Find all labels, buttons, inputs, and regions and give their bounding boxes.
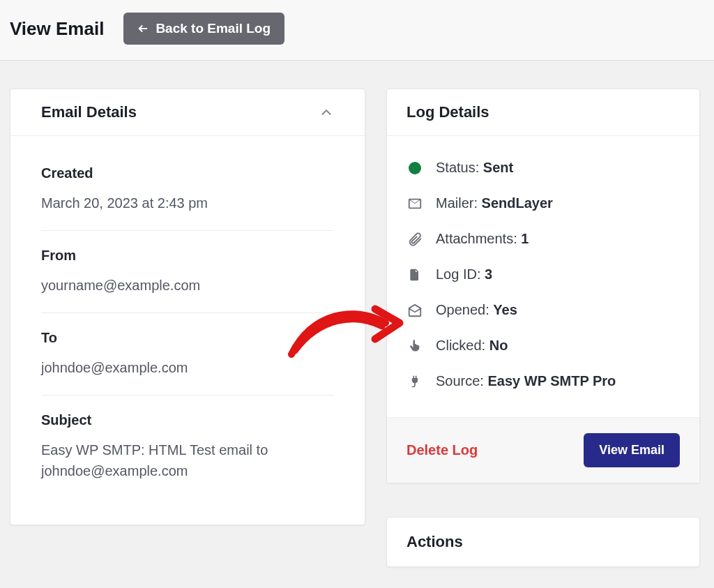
to-label: To bbox=[41, 330, 334, 346]
log-details-header: Log Details bbox=[387, 89, 699, 136]
log-details-body: Status: Sent Mailer: SendLayer Attachmen… bbox=[387, 136, 699, 417]
pointer-icon bbox=[407, 338, 423, 354]
email-details-title: Email Details bbox=[41, 103, 137, 121]
log-row-logid: Log ID: 3 bbox=[407, 257, 680, 292]
status-dot-icon bbox=[407, 162, 423, 174]
email-details-header[interactable]: Email Details bbox=[10, 89, 365, 136]
source-label: Source: bbox=[436, 373, 484, 389]
field-created: Created March 20, 2023 at 2:43 pm bbox=[41, 149, 334, 231]
logid-value: 3 bbox=[485, 266, 492, 282]
view-email-button[interactable]: View Email bbox=[584, 433, 680, 467]
opened-value: Yes bbox=[493, 302, 517, 317]
status-value: Sent bbox=[483, 160, 513, 175]
actions-header: Actions bbox=[387, 518, 699, 566]
log-row-mailer: Mailer: SendLayer bbox=[407, 186, 680, 221]
actions-card: Actions bbox=[386, 517, 700, 567]
paperclip-icon bbox=[407, 232, 423, 247]
field-subject: Subject Easy WP SMTP: HTML Test email to… bbox=[41, 395, 334, 498]
clicked-value: No bbox=[489, 338, 508, 353]
subject-label: Subject bbox=[41, 412, 334, 428]
content-area: Email Details Created March 20, 2023 at … bbox=[0, 61, 714, 567]
attachments-value: 1 bbox=[521, 231, 529, 246]
envelope-open-icon bbox=[407, 303, 423, 318]
from-label: From bbox=[41, 248, 334, 264]
mailer-label: Mailer: bbox=[436, 195, 478, 211]
back-to-email-log-button[interactable]: Back to Email Log bbox=[123, 13, 284, 45]
log-footer: Delete Log View Email bbox=[387, 417, 699, 483]
log-row-source: Source: Easy WP SMTP Pro bbox=[407, 363, 680, 399]
log-row-opened: Opened: Yes bbox=[407, 292, 680, 328]
subject-value: Easy WP SMTP: HTML Test email to johndoe… bbox=[41, 439, 334, 481]
plug-icon bbox=[407, 374, 423, 389]
log-row-clicked: Clicked: No bbox=[407, 328, 680, 363]
actions-title: Actions bbox=[407, 533, 463, 551]
email-details-card: Email Details Created March 20, 2023 at … bbox=[10, 89, 365, 525]
field-from: From yourname@example.com bbox=[41, 231, 334, 313]
log-row-attachments: Attachments: 1 bbox=[407, 221, 680, 257]
chevron-up-icon bbox=[319, 105, 334, 120]
logid-label: Log ID: bbox=[436, 266, 480, 282]
log-details-title: Log Details bbox=[407, 103, 489, 121]
created-value: March 20, 2023 at 2:43 pm bbox=[41, 193, 334, 213]
arrow-left-icon bbox=[137, 23, 149, 34]
email-details-body: Created March 20, 2023 at 2:43 pm From y… bbox=[10, 136, 365, 525]
log-details-card: Log Details Status: Sent Mailer: SendLay… bbox=[386, 89, 700, 483]
status-label: Status: bbox=[436, 160, 479, 175]
source-value: Easy WP SMTP Pro bbox=[488, 373, 616, 389]
from-value: yourname@example.com bbox=[41, 275, 334, 296]
clicked-label: Clicked: bbox=[436, 338, 485, 353]
mailer-value: SendLayer bbox=[482, 195, 553, 211]
page-title: View Email bbox=[10, 18, 104, 40]
created-label: Created bbox=[41, 165, 334, 181]
to-value: johndoe@example.com bbox=[41, 357, 334, 378]
field-to: To johndoe@example.com bbox=[41, 313, 334, 395]
envelope-icon bbox=[407, 196, 423, 211]
opened-label: Opened: bbox=[436, 302, 489, 317]
right-column: Log Details Status: Sent Mailer: SendLay… bbox=[386, 89, 700, 567]
file-icon bbox=[407, 267, 423, 282]
page-header: View Email Back to Email Log bbox=[0, 0, 714, 61]
attachments-label: Attachments: bbox=[436, 231, 517, 246]
delete-log-button[interactable]: Delete Log bbox=[407, 442, 478, 458]
back-button-label: Back to Email Log bbox=[155, 21, 271, 36]
log-row-status: Status: Sent bbox=[407, 150, 680, 186]
